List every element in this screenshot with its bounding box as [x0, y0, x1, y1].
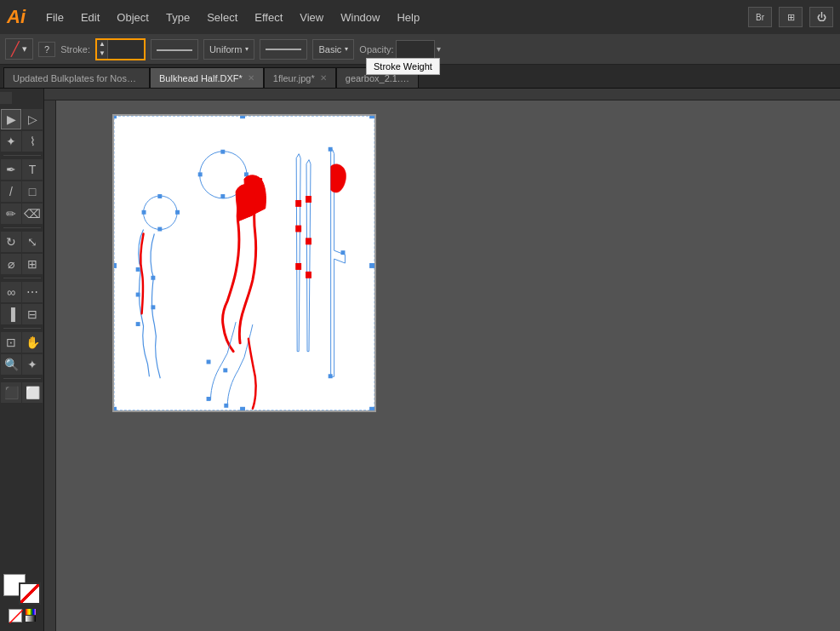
- tab-bulkhead-label: Bulkhead Half.DXF*: [159, 73, 243, 83]
- stroke-color-box[interactable]: [19, 582, 41, 605]
- artboard-tool[interactable]: ⊟: [22, 304, 43, 324]
- menu-window[interactable]: Window: [334, 8, 386, 27]
- line-tool[interactable]: /: [1, 181, 21, 202]
- workspace-switcher[interactable]: ⊞: [779, 7, 803, 27]
- symbol-sprayer-tool[interactable]: ⋯: [22, 282, 43, 302]
- profile-line: [266, 49, 301, 50]
- opacity-arrow[interactable]: ▾: [437, 44, 441, 54]
- tool-row-1: ▶ ▷: [1, 109, 43, 129]
- svg-rect-18: [157, 227, 162, 232]
- tab-bulkhead[interactable]: Bulkhead Half.DXF* ✕: [150, 67, 264, 88]
- svg-rect-36: [207, 397, 211, 401]
- canvas-area[interactable]: [44, 89, 840, 631]
- text-tool[interactable]: T: [22, 159, 43, 180]
- selection-tool[interactable]: ▶: [1, 109, 21, 129]
- svg-rect-22: [295, 263, 301, 270]
- menu-type[interactable]: Type: [159, 8, 197, 27]
- svg-rect-4: [114, 263, 117, 268]
- svg-rect-17: [175, 210, 180, 215]
- svg-rect-6: [114, 116, 117, 118]
- power-button[interactable]: ⏻: [809, 7, 833, 27]
- menu-help[interactable]: Help: [390, 8, 426, 27]
- stroke-weight-input-group[interactable]: ▲ ▼ 0.001: [95, 38, 146, 60]
- right-panel-controls: Br ⊞ ⏻: [748, 7, 833, 27]
- stroke-label: Stroke:: [60, 44, 90, 54]
- menu-object[interactable]: Object: [110, 8, 156, 27]
- stroke-spinners[interactable]: ▲ ▼: [97, 40, 108, 59]
- live-paint-selection-tool[interactable]: ⬜: [22, 382, 43, 403]
- tab-1fleur-close[interactable]: ✕: [320, 73, 327, 83]
- svg-rect-5: [369, 263, 374, 268]
- tab-bulkhead-close[interactable]: ✕: [248, 73, 254, 83]
- stroke-weight-value[interactable]: 0.001: [108, 40, 144, 59]
- warp-tool[interactable]: ⌀: [1, 254, 21, 274]
- tool-row-12: ⬛ ⬜: [1, 382, 43, 403]
- menu-edit[interactable]: Edit: [74, 8, 106, 27]
- magic-wand-tool[interactable]: ✦: [1, 131, 21, 152]
- column-graph-tool[interactable]: ▐: [1, 304, 21, 324]
- bridge-button[interactable]: Br: [748, 7, 772, 27]
- app-logo: Ai: [7, 6, 26, 28]
- tab-gearbox[interactable]: gearbox_2.1.…: [336, 67, 419, 88]
- stroke-icon-preview: ╱: [11, 41, 20, 57]
- tab-1fleur[interactable]: 1fleur.jpg* ✕: [264, 67, 336, 88]
- artboard[interactable]: [112, 114, 376, 412]
- svg-rect-30: [136, 293, 140, 297]
- color-mode-color[interactable]: [26, 609, 36, 615]
- tool-row-4: / □: [1, 181, 43, 202]
- tab-bulkplates[interactable]: Updated Bulkplates for Nosecone.DXF: [3, 67, 150, 88]
- color-mode-gradient[interactable]: [26, 616, 36, 622]
- menu-select[interactable]: Select: [200, 8, 244, 27]
- direct-selection-tool[interactable]: ▷: [22, 109, 43, 129]
- rectangle-tool[interactable]: □: [22, 181, 43, 202]
- blend-tool[interactable]: ∞: [1, 282, 21, 302]
- stroke-decrement[interactable]: ▼: [97, 49, 107, 59]
- lasso-tool[interactable]: ⌇: [22, 131, 43, 152]
- svg-rect-35: [223, 368, 227, 372]
- artwork-svg: [114, 116, 374, 410]
- stroke-profile-label: Basic: [318, 44, 341, 54]
- hand-tool[interactable]: ✋: [22, 332, 43, 353]
- tool-separator-4: [3, 328, 41, 329]
- tool-row-7: ⌀ ⊞: [1, 254, 43, 274]
- stroke-increment[interactable]: ▲: [97, 40, 107, 49]
- tool-row-2: ✦ ⌇: [1, 131, 43, 152]
- eyedropper-tool[interactable]: ✦: [22, 354, 43, 375]
- menu-bar: Ai File Edit Object Type Select Effect V…: [0, 0, 840, 34]
- tool-separator-1: [3, 155, 41, 156]
- pencil-tool[interactable]: ✏: [1, 204, 21, 224]
- svg-rect-28: [329, 374, 333, 378]
- opacity-input[interactable]: 100%: [396, 40, 435, 59]
- color-area: [0, 569, 44, 628]
- svg-rect-24: [306, 238, 311, 244]
- zoom-tool[interactable]: 🔍: [1, 354, 21, 375]
- pen-tool[interactable]: ✒: [1, 159, 21, 180]
- scale-tool[interactable]: ⤡: [22, 232, 43, 252]
- stroke-type-dropdown[interactable]: Uniform ▾: [203, 39, 255, 60]
- rotate-tool[interactable]: ↻: [1, 232, 21, 252]
- menu-effect[interactable]: Effect: [248, 8, 289, 27]
- tab-1fleur-label: 1fleur.jpg*: [273, 73, 315, 83]
- eraser-tool[interactable]: ⌫: [22, 204, 43, 224]
- svg-rect-27: [341, 250, 346, 255]
- none-indicator[interactable]: [9, 609, 22, 622]
- tool-row-9: ▐ ⊟: [1, 304, 43, 324]
- svg-rect-16: [157, 194, 162, 198]
- line-style-dropdown[interactable]: [151, 39, 198, 60]
- slice-tool[interactable]: ⊡: [1, 332, 21, 353]
- svg-rect-1: [114, 116, 374, 410]
- svg-rect-33: [151, 305, 155, 309]
- tool-row-5: ✏ ⌫: [1, 204, 43, 224]
- question-button[interactable]: ?: [38, 42, 55, 57]
- svg-rect-34: [207, 360, 211, 364]
- menu-file[interactable]: File: [39, 8, 71, 27]
- free-distort-tool[interactable]: ⊞: [22, 254, 43, 274]
- main-area: ▶ ▷ ✦ ⌇ ✒ T / □ ✏ ⌫ ↻ ⤡ ⌀ ⊞ ∞: [0, 89, 840, 631]
- svg-rect-21: [295, 226, 301, 232]
- menu-view[interactable]: View: [293, 8, 330, 27]
- stroke-profile-dropdown[interactable]: Basic ▾: [312, 39, 354, 60]
- fill-stroke-selector[interactable]: [3, 574, 41, 605]
- mode-mixed-objects[interactable]: ╱ ▾: [5, 38, 33, 60]
- live-paint-bucket-tool[interactable]: ⬛: [1, 382, 21, 403]
- stroke-profile-preview[interactable]: [260, 39, 307, 60]
